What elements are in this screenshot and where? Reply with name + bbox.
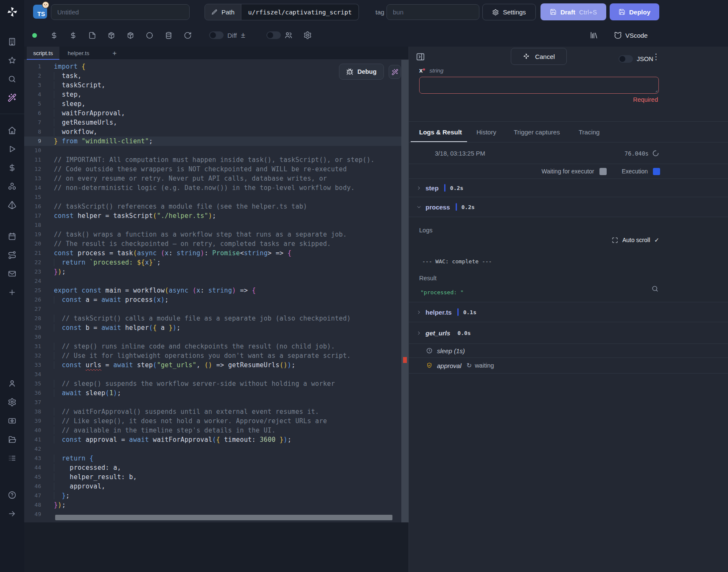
code-line[interactable]: 13// on every resume or retry. Never put… [24,174,401,183]
code-line[interactable]: 32 // Use it for lightweight operations … [24,351,401,360]
code-line[interactable]: 12// Code outside these wrappers is NOT … [24,165,401,174]
sidebar-dollar-icon[interactable] [8,163,17,172]
sidebar-home-icon[interactable] [8,126,17,135]
tab-logs-result[interactable]: Logs & Result [419,122,462,142]
code-line[interactable]: 6 waitForApproval, [24,109,401,118]
code-line[interactable]: 37 [24,398,401,407]
code-line[interactable]: 25export const main = workflow(async (x:… [24,286,401,295]
code-line[interactable]: 23}); [24,267,401,276]
code-line[interactable]: 48}); [24,500,401,510]
windmill-logo-icon[interactable] [6,6,19,18]
vertical-scrollbar[interactable] [401,60,409,522]
sidebar-service-icon[interactable] [8,416,17,425]
sidebar-play-icon[interactable] [8,144,17,153]
timeline-row-approval[interactable]: approval ↻ waiting [409,358,728,374]
timeline-row-get-urls[interactable]: get_urls 0.0s [409,322,728,344]
code-line[interactable]: 43 return { [24,454,401,463]
code-line[interactable]: 21const process = task(async (x: string)… [24,248,401,258]
code-line[interactable]: 22 return `processed: ${x}`; [24,258,401,267]
arg-value-textarea[interactable] [419,77,659,94]
code-line[interactable]: 33 const urls = await step("get_urls", (… [24,360,401,370]
code-line[interactable]: 16// taskScript() references a module fi… [24,202,401,211]
sidebar-plus-icon[interactable] [8,287,17,297]
draft-button[interactable]: Draft Ctrl+S [540,3,606,20]
cancel-run-button[interactable]: Cancel [511,48,567,65]
sidebar-building-icon[interactable] [8,37,17,46]
toolbar-database-icon[interactable] [164,31,173,39]
tag-input[interactable] [386,4,479,20]
run-summary-row[interactable]: 3/18, 03:13:25 PM 76.040s [409,142,728,164]
users-icon[interactable] [284,31,293,39]
code-line[interactable]: 11// IMPORTANT: All computation must hap… [24,155,401,165]
add-tab-button[interactable]: + [109,47,120,60]
code-line[interactable]: 15 [24,193,401,202]
horizontal-scrollbar[interactable] [55,515,392,520]
sidebar-star-icon[interactable] [8,56,17,65]
edit-path-button[interactable]: Path [204,4,241,20]
script-path-value[interactable]: u/rfiszel/captivating_script [241,4,359,20]
sidebar-search-icon[interactable] [8,74,17,84]
sidebar-settings-icon[interactable] [8,397,17,407]
sidebar-calendar-icon[interactable] [8,232,17,241]
code-line[interactable]: 41 const approval = await waitForApprova… [24,435,401,444]
code-line[interactable]: 30 [24,332,401,342]
sidebar-help-icon[interactable] [8,490,17,499]
auto-scroll-control[interactable]: Auto scroll ✓ [612,237,659,243]
code-line[interactable]: 9} from "windmill-client"; [24,137,401,146]
toolbar-package-icon[interactable] [126,31,134,39]
code-line[interactable]: 10 [24,146,401,155]
code-line[interactable]: 8 workflow, [24,127,401,137]
sidebar-folder-icon[interactable] [8,435,17,444]
code-line[interactable]: 19// task() wraps a function as a workfl… [24,230,401,239]
code-line[interactable]: 27 [24,304,401,314]
code-line[interactable]: 35 // sleep() suspends the workflow serv… [24,379,401,388]
diff-toggle[interactable] [209,31,224,39]
code-line[interactable]: 42 [24,444,401,454]
search-icon[interactable] [651,285,659,293]
sidebar-list-icon[interactable] [8,453,17,463]
code-line[interactable]: 26 const a = await process(x); [24,295,401,304]
sidebar-pyramid-icon[interactable] [8,200,17,209]
gear-icon[interactable] [303,31,312,39]
code-area[interactable]: 1import {2 task,3 taskScript,4 step,5 sl… [24,60,409,522]
toolbar-rotate-c-icon[interactable] [145,31,154,39]
code-line[interactable]: 44 processed: a, [24,463,401,472]
code-line[interactable]: 46 approval, [24,482,401,491]
kebab-menu-icon[interactable]: ⋮ [652,52,660,61]
timeline-row-process[interactable]: process 0.2s [409,197,728,217]
sidebar-boxes-icon[interactable] [8,181,17,191]
code-line[interactable]: 36 await sleep(1); [24,388,401,398]
timeline-row-step[interactable]: step 0.2s [409,179,728,197]
code-line[interactable]: 24 [24,276,401,286]
code-line[interactable]: 17const helper = taskScript("./helper.ts… [24,211,401,220]
code-line[interactable]: 47 }; [24,491,401,500]
sidebar-wand-sparkles-icon[interactable] [8,93,17,102]
toolbar-dollar-icon[interactable] [69,31,77,39]
code-line[interactable]: 29 const b = await helper({ a }); [24,323,401,332]
code-line[interactable]: 18 [24,220,401,230]
code-line[interactable]: 34 [24,370,401,379]
collapse-panel-icon[interactable] [416,52,426,62]
code-line[interactable]: 3 taskScript, [24,81,401,90]
settings-button[interactable]: Settings [482,4,536,20]
code-line[interactable]: 5 sleep, [24,99,401,109]
toolbar-refresh-icon[interactable] [183,31,192,39]
library-icon[interactable] [590,31,598,39]
tab-trigger-captures[interactable]: Trigger captures [514,122,560,142]
sidebar-mail-icon[interactable] [8,269,17,278]
code-line[interactable]: 38 // waitForApproval() suspends until a… [24,407,401,416]
code-line[interactable]: 28 // taskScript() calls a module file a… [24,314,401,323]
toolbar-file-icon[interactable] [88,31,96,39]
code-line[interactable]: 14// non-deterministic logic (e.g. Date.… [24,183,401,193]
ai-wand-button[interactable] [389,65,401,79]
tab-helper-ts[interactable]: helper.ts [64,47,93,60]
code-line[interactable]: 39 // Like sleep(), it does not hold a w… [24,416,401,426]
debug-button[interactable]: Debug [339,64,384,80]
toolbar-package-icon[interactable] [107,31,115,39]
diff-stat-icon[interactable]: ± [241,24,245,47]
code-line[interactable]: 20// The result is checkpointed – on ret… [24,239,401,248]
code-line[interactable]: 31 // step() runs inline code and checkp… [24,342,401,351]
tab-tracing[interactable]: Tracing [579,122,599,142]
toolbar-dollar-icon[interactable] [50,31,58,39]
code-line[interactable]: 7 getResumeUrls, [24,118,401,127]
